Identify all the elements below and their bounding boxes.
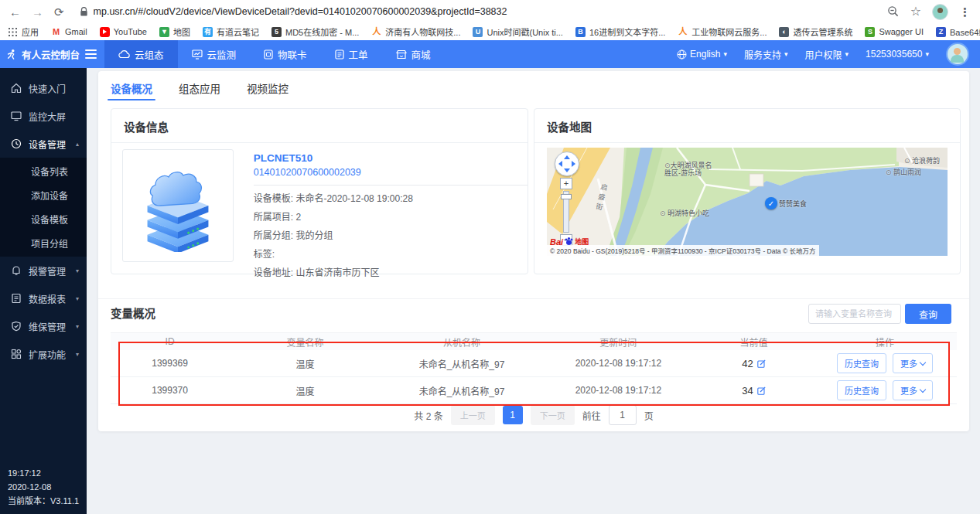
- bookmark-item[interactable]: 人工业物联网云服务...: [678, 26, 767, 38]
- device-name: PLCNET510: [254, 152, 528, 164]
- page-number-button[interactable]: 1: [503, 406, 523, 424]
- bookmark-item[interactable]: YouTube: [100, 27, 147, 37]
- zoom-slider[interactable]: [563, 191, 569, 233]
- maps-icon: ▼: [159, 27, 169, 37]
- sidebar-subitem-device-template[interactable]: 设备模板: [0, 207, 87, 231]
- bookmark-item[interactable]: B16进制到文本字符...: [575, 26, 665, 38]
- map-copyright: © 2020 Baidu - GS(2019)5218号 - 甲测资字11009…: [547, 245, 819, 256]
- bookmark-item[interactable]: SSwagger UI: [865, 27, 923, 37]
- bookmark-item[interactable]: 有有道云笔记: [203, 26, 259, 38]
- chevron-down-icon: ▾: [76, 351, 79, 358]
- account-phone: 15253035650: [866, 49, 922, 60]
- forward-icon[interactable]: →: [32, 6, 43, 18]
- divider: [98, 298, 969, 299]
- address-bar[interactable]: mp.usr.cn/#/cloudV2/device/ViewDeviceDet…: [80, 6, 876, 17]
- bookmark-label: 地图: [173, 26, 190, 38]
- device-location-marker[interactable]: ✓ 赞赞美食: [765, 197, 807, 209]
- account-menu[interactable]: 15253035650▾: [866, 49, 929, 60]
- padlock-icon: [80, 7, 88, 17]
- chevron-down-icon: ▾: [784, 51, 788, 58]
- sidebar-item-data-report[interactable]: 数据报表 ▾: [0, 284, 87, 312]
- zoom-out-icon[interactable]: [887, 5, 900, 18]
- edit-icon[interactable]: [757, 386, 766, 395]
- alarm-icon: [11, 265, 22, 276]
- map-poi-canglang: ⊙ 沧浪荷韵: [904, 157, 940, 165]
- sidebar-item-device-management[interactable]: 设备管理 ▴: [0, 130, 87, 158]
- variable-search-input[interactable]: [808, 304, 901, 324]
- service-support-menu[interactable]: 服务支持▾: [744, 48, 788, 61]
- variable-search-button[interactable]: 查询: [905, 304, 951, 324]
- map-pan-control[interactable]: [555, 151, 579, 176]
- sidebar-item-monitor-screen[interactable]: 监控大屏: [0, 102, 87, 130]
- sidebar-subitem-device-list[interactable]: 设备列表: [0, 159, 87, 183]
- bookmark-item[interactable]: MGmail: [51, 27, 87, 37]
- language-label: English: [690, 49, 720, 60]
- zoom-slider-thumb[interactable]: [561, 194, 572, 199]
- youtube-icon: [100, 27, 110, 37]
- sidebar-toggle-icon[interactable]: [85, 49, 97, 59]
- detail-tabs: 设备概况 组态应用 视频监控: [98, 71, 969, 105]
- top-nav-cloud-monitor[interactable]: 云监测: [178, 40, 251, 68]
- tab-video-monitoring[interactable]: 视频监控: [247, 71, 289, 105]
- tab-scada-application[interactable]: 组态应用: [179, 71, 220, 105]
- more-button[interactable]: 更多: [893, 380, 933, 400]
- col-update-time: 更新时间: [542, 335, 695, 349]
- sidebar-subitem-add-device[interactable]: 添加设备: [0, 183, 87, 207]
- bookmark-label: 工业物联网云服务...: [691, 26, 767, 38]
- bookmark-label: 济南有人物联网技...: [385, 26, 460, 38]
- device-manage-icon: [11, 138, 22, 149]
- tab-device-overview[interactable]: 设备概况: [111, 71, 152, 105]
- current-time: 19:17:12: [8, 466, 79, 480]
- sidebar-item-alarm-management[interactable]: 报警管理 ▾: [0, 257, 87, 284]
- bookmark-item[interactable]: UUnix时间戳(Unix ti...: [473, 26, 562, 38]
- device-group-field: 所属分组: 我的分组: [254, 230, 528, 242]
- back-icon[interactable]: ←: [9, 6, 21, 18]
- language-selector[interactable]: English▾: [677, 49, 727, 60]
- bookmark-item[interactable]: 应用: [8, 26, 39, 38]
- top-nav-work-order[interactable]: 工单: [321, 40, 382, 68]
- bookmark-item[interactable]: ◐透传云管理系统: [779, 26, 852, 38]
- device-id-link[interactable]: 01401020070600002039: [254, 167, 528, 178]
- content-area: 设备概况 组态应用 视频监控 设备信息: [87, 68, 980, 514]
- sidebar-item-quick-start[interactable]: 快速入门: [0, 74, 87, 102]
- baidu-map[interactable]: ⊙大明湖风景名胜区-游乐场 ⊙ 明湖特色小吃 ⊙ 沧浪荷韵 ⊙ 鹊山雨润 启盛街…: [547, 148, 948, 256]
- reload-icon[interactable]: ⟳: [54, 6, 64, 18]
- sidebar-subitem-project-group[interactable]: 项目分组: [0, 231, 87, 255]
- top-nav-store[interactable]: 商城: [382, 40, 445, 68]
- screen: ← → ⟳ mp.usr.cn/#/cloudV2/device/ViewDev…: [0, 0, 980, 514]
- user-avatar[interactable]: [946, 43, 969, 66]
- cell-id: 1399369: [111, 358, 229, 369]
- sidebar-footer: 19:17:12 2020-12-08 当前版本：V3.11.1: [8, 466, 79, 508]
- bookmark-item[interactable]: 人济南有人物联网技...: [371, 26, 460, 38]
- top-nav-label: 云监测: [207, 47, 237, 62]
- cell-update-time: 2020-12-08 19:17:12: [542, 385, 695, 396]
- cell-update-time: 2020-12-08 19:17:12: [542, 358, 695, 369]
- browser-menu-icon[interactable]: ⋮: [959, 6, 971, 18]
- brand[interactable]: 有人云控制台: [0, 40, 74, 68]
- bookmark-item[interactable]: ▼地图: [159, 26, 190, 38]
- edit-icon[interactable]: [757, 359, 766, 368]
- next-page-button[interactable]: 下一页: [531, 405, 575, 425]
- zoom-in-button[interactable]: +: [560, 178, 572, 189]
- user-permission-menu[interactable]: 用户权限▾: [805, 48, 849, 61]
- browser-toolbar: ← → ⟳ mp.usr.cn/#/cloudV2/device/ViewDev…: [0, 0, 980, 23]
- more-button[interactable]: 更多: [893, 353, 933, 373]
- prev-page-button[interactable]: 上一页: [451, 405, 495, 425]
- history-query-button[interactable]: 历史查询: [837, 353, 886, 373]
- device-project-field: 所属项目: 2: [254, 212, 528, 223]
- usr-icon: 人: [371, 27, 381, 37]
- sidebar-item-maintenance[interactable]: 维保管理 ▾: [0, 312, 87, 340]
- chevron-down-icon: [920, 386, 926, 393]
- goto-page-input[interactable]: [609, 405, 637, 425]
- bookmark-star-icon[interactable]: ☆: [910, 5, 921, 18]
- sidebar-item-extensions[interactable]: 扩展功能 ▾: [0, 340, 87, 368]
- bookmark-label: MD5在线加密 - M...: [285, 26, 359, 38]
- monitor-icon: [192, 49, 203, 60]
- brand-name: 有人云控制台: [22, 47, 80, 62]
- history-query-button[interactable]: 历史查询: [837, 380, 886, 400]
- bookmark-item[interactable]: ZBase64编码转换工...: [936, 26, 980, 38]
- top-nav-iot-card[interactable]: 物联卡: [250, 40, 321, 68]
- bookmark-item[interactable]: 5MD5在线加密 - M...: [271, 26, 359, 38]
- browser-profile-avatar[interactable]: [932, 4, 948, 20]
- top-nav-cloud-scada[interactable]: 云组态: [104, 40, 178, 68]
